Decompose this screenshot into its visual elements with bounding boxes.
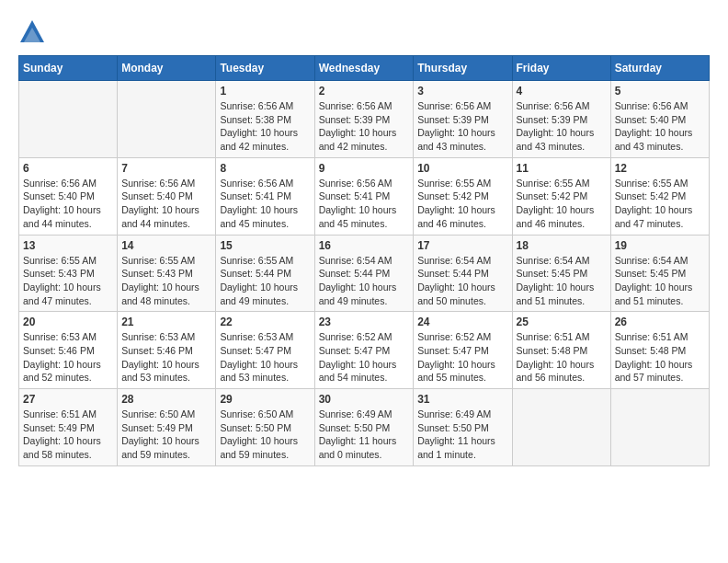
calendar-cell: 22Sunrise: 6:53 AM Sunset: 5:47 PM Dayli… (216, 312, 314, 389)
day-number: 6 (23, 162, 113, 175)
calendar-cell (610, 389, 709, 466)
day-number: 20 (23, 316, 113, 328)
calendar-cell (19, 81, 118, 158)
day-info: Sunrise: 6:56 AM Sunset: 5:40 PM Dayligh… (615, 99, 705, 154)
calendar-body: 1Sunrise: 6:56 AM Sunset: 5:38 PM Daylig… (19, 81, 710, 466)
calendar-cell: 5Sunrise: 6:56 AM Sunset: 5:40 PM Daylig… (610, 81, 709, 158)
calendar-cell: 20Sunrise: 6:53 AM Sunset: 5:46 PM Dayli… (19, 312, 118, 389)
day-number: 26 (615, 316, 705, 328)
day-info: Sunrise: 6:55 AM Sunset: 5:42 PM Dayligh… (517, 177, 607, 231)
week-row: 6Sunrise: 6:56 AM Sunset: 5:40 PM Daylig… (19, 157, 710, 235)
day-number: 3 (417, 85, 507, 98)
calendar-cell (512, 389, 610, 466)
day-info: Sunrise: 6:49 AM Sunset: 5:50 PM Dayligh… (417, 408, 507, 462)
day-info: Sunrise: 6:56 AM Sunset: 5:39 PM Dayligh… (417, 99, 507, 154)
day-number: 4 (517, 85, 607, 98)
calendar-cell: 8Sunrise: 6:56 AM Sunset: 5:41 PM Daylig… (216, 157, 314, 235)
weekday-header-friday: Friday (512, 56, 610, 81)
day-info: Sunrise: 6:51 AM Sunset: 5:48 PM Dayligh… (615, 330, 705, 385)
day-number: 30 (319, 393, 410, 406)
logo (18, 18, 50, 46)
calendar-cell: 23Sunrise: 6:52 AM Sunset: 5:47 PM Dayli… (314, 312, 414, 389)
calendar-cell: 4Sunrise: 6:56 AM Sunset: 5:39 PM Daylig… (512, 81, 610, 158)
calendar-cell: 2Sunrise: 6:56 AM Sunset: 5:39 PM Daylig… (314, 81, 414, 158)
weekday-header-wednesday: Wednesday (314, 56, 414, 81)
calendar-cell: 9Sunrise: 6:56 AM Sunset: 5:41 PM Daylig… (314, 157, 414, 235)
day-info: Sunrise: 6:52 AM Sunset: 5:47 PM Dayligh… (417, 330, 507, 385)
calendar-cell: 27Sunrise: 6:51 AM Sunset: 5:49 PM Dayli… (19, 389, 118, 466)
calendar-cell: 31Sunrise: 6:49 AM Sunset: 5:50 PM Dayli… (414, 389, 512, 466)
weekday-row: SundayMondayTuesdayWednesdayThursdayFrid… (19, 56, 710, 81)
week-row: 20Sunrise: 6:53 AM Sunset: 5:46 PM Dayli… (19, 312, 710, 389)
day-info: Sunrise: 6:56 AM Sunset: 5:40 PM Dayligh… (23, 177, 113, 231)
day-number: 29 (220, 393, 310, 406)
day-number: 22 (220, 316, 310, 328)
day-number: 15 (220, 239, 310, 252)
day-info: Sunrise: 6:54 AM Sunset: 5:45 PM Dayligh… (517, 254, 607, 308)
day-number: 19 (615, 239, 705, 252)
day-info: Sunrise: 6:50 AM Sunset: 5:50 PM Dayligh… (220, 408, 310, 462)
weekday-header-sunday: Sunday (19, 56, 118, 81)
day-number: 21 (121, 316, 211, 328)
day-info: Sunrise: 6:51 AM Sunset: 5:49 PM Dayligh… (23, 408, 113, 462)
weekday-header-monday: Monday (118, 56, 216, 81)
day-info: Sunrise: 6:55 AM Sunset: 5:44 PM Dayligh… (220, 254, 310, 308)
calendar-table: SundayMondayTuesdayWednesdayThursdayFrid… (18, 55, 710, 466)
day-number: 14 (121, 239, 211, 252)
day-info: Sunrise: 6:53 AM Sunset: 5:46 PM Dayligh… (23, 330, 113, 385)
calendar-cell: 12Sunrise: 6:55 AM Sunset: 5:42 PM Dayli… (610, 157, 709, 235)
weekday-header-thursday: Thursday (414, 56, 512, 81)
day-info: Sunrise: 6:56 AM Sunset: 5:39 PM Dayligh… (517, 99, 607, 154)
calendar-cell: 30Sunrise: 6:49 AM Sunset: 5:50 PM Dayli… (314, 389, 414, 466)
calendar-cell: 3Sunrise: 6:56 AM Sunset: 5:39 PM Daylig… (414, 81, 512, 158)
weekday-header-tuesday: Tuesday (216, 56, 314, 81)
calendar-cell: 13Sunrise: 6:55 AM Sunset: 5:43 PM Dayli… (19, 235, 118, 312)
calendar-cell: 26Sunrise: 6:51 AM Sunset: 5:48 PM Dayli… (610, 312, 709, 389)
page-header (18, 18, 710, 46)
day-info: Sunrise: 6:56 AM Sunset: 5:41 PM Dayligh… (319, 177, 410, 231)
day-number: 28 (121, 393, 211, 406)
calendar-cell: 11Sunrise: 6:55 AM Sunset: 5:42 PM Dayli… (512, 157, 610, 235)
day-number: 10 (417, 162, 507, 175)
calendar-cell: 15Sunrise: 6:55 AM Sunset: 5:44 PM Dayli… (216, 235, 314, 312)
day-number: 17 (417, 239, 507, 252)
day-info: Sunrise: 6:56 AM Sunset: 5:41 PM Dayligh… (220, 177, 310, 231)
day-info: Sunrise: 6:53 AM Sunset: 5:46 PM Dayligh… (121, 330, 211, 385)
week-row: 13Sunrise: 6:55 AM Sunset: 5:43 PM Dayli… (19, 235, 710, 312)
day-number: 25 (517, 316, 607, 328)
calendar-cell: 19Sunrise: 6:54 AM Sunset: 5:45 PM Dayli… (610, 235, 709, 312)
day-info: Sunrise: 6:56 AM Sunset: 5:39 PM Dayligh… (319, 99, 410, 154)
day-number: 31 (417, 393, 507, 406)
calendar-cell: 10Sunrise: 6:55 AM Sunset: 5:42 PM Dayli… (414, 157, 512, 235)
day-info: Sunrise: 6:55 AM Sunset: 5:42 PM Dayligh… (615, 177, 705, 231)
day-info: Sunrise: 6:55 AM Sunset: 5:43 PM Dayligh… (23, 254, 113, 308)
day-info: Sunrise: 6:54 AM Sunset: 5:45 PM Dayligh… (615, 254, 705, 308)
day-number: 1 (220, 85, 310, 98)
day-number: 7 (121, 162, 211, 175)
day-number: 23 (319, 316, 410, 328)
calendar-header: SundayMondayTuesdayWednesdayThursdayFrid… (19, 56, 710, 81)
day-number: 27 (23, 393, 113, 406)
calendar-cell (118, 81, 216, 158)
day-number: 12 (615, 162, 705, 175)
calendar-cell: 28Sunrise: 6:50 AM Sunset: 5:49 PM Dayli… (118, 389, 216, 466)
calendar-cell: 1Sunrise: 6:56 AM Sunset: 5:38 PM Daylig… (216, 81, 314, 158)
day-info: Sunrise: 6:55 AM Sunset: 5:42 PM Dayligh… (417, 177, 507, 231)
day-info: Sunrise: 6:53 AM Sunset: 5:47 PM Dayligh… (220, 330, 310, 385)
calendar-cell: 24Sunrise: 6:52 AM Sunset: 5:47 PM Dayli… (414, 312, 512, 389)
calendar-cell: 7Sunrise: 6:56 AM Sunset: 5:40 PM Daylig… (118, 157, 216, 235)
calendar-cell: 18Sunrise: 6:54 AM Sunset: 5:45 PM Dayli… (512, 235, 610, 312)
calendar-cell: 6Sunrise: 6:56 AM Sunset: 5:40 PM Daylig… (19, 157, 118, 235)
day-info: Sunrise: 6:54 AM Sunset: 5:44 PM Dayligh… (417, 254, 507, 308)
day-number: 2 (319, 85, 410, 98)
calendar-cell: 16Sunrise: 6:54 AM Sunset: 5:44 PM Dayli… (314, 235, 414, 312)
day-info: Sunrise: 6:52 AM Sunset: 5:47 PM Dayligh… (319, 330, 410, 385)
week-row: 1Sunrise: 6:56 AM Sunset: 5:38 PM Daylig… (19, 81, 710, 158)
day-number: 11 (517, 162, 607, 175)
day-info: Sunrise: 6:55 AM Sunset: 5:43 PM Dayligh… (121, 254, 211, 308)
logo-icon (18, 18, 46, 46)
week-row: 27Sunrise: 6:51 AM Sunset: 5:49 PM Dayli… (19, 389, 710, 466)
calendar-cell: 21Sunrise: 6:53 AM Sunset: 5:46 PM Dayli… (118, 312, 216, 389)
day-number: 16 (319, 239, 410, 252)
day-number: 8 (220, 162, 310, 175)
